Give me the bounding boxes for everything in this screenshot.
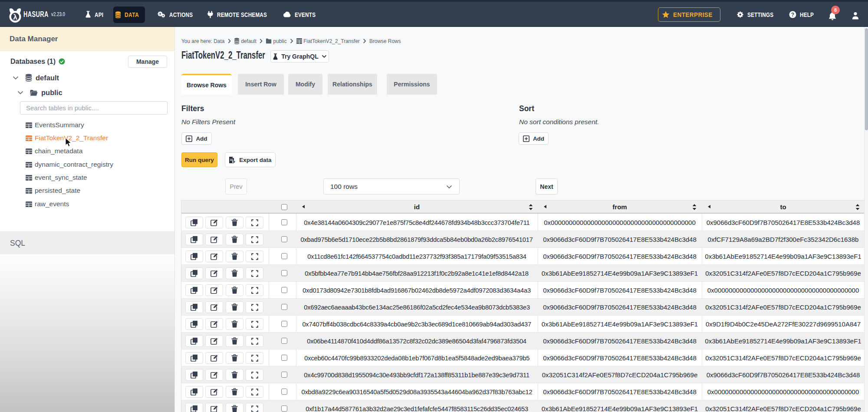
svg-text:?: ? — [791, 12, 795, 18]
svg-text:λ: λ — [13, 13, 17, 21]
